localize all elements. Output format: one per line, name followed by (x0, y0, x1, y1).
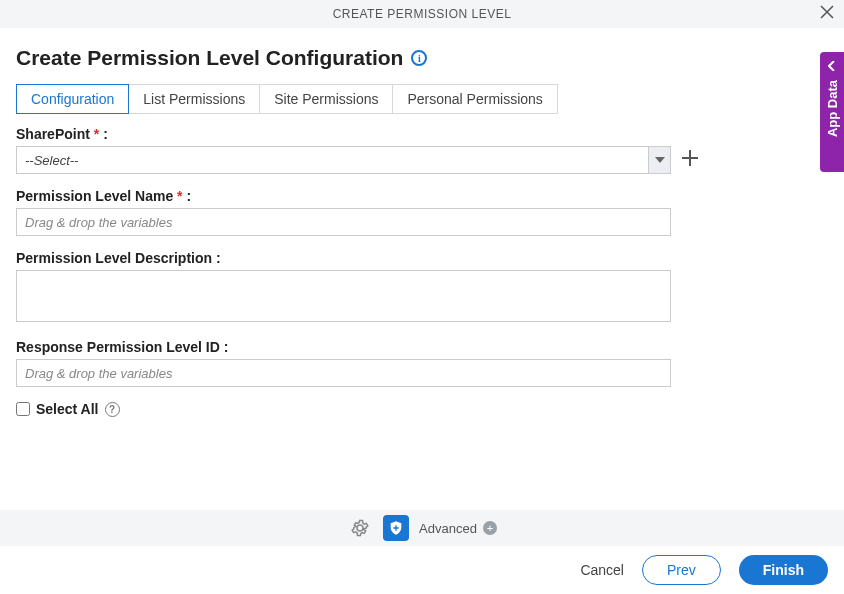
add-sharepoint-button[interactable] (681, 149, 699, 171)
finish-button[interactable]: Finish (739, 555, 828, 585)
page-title: Create Permission Level Configuration (16, 46, 403, 70)
tab-list-permissions[interactable]: List Permissions (128, 84, 260, 114)
select-all-label: Select All (36, 401, 99, 417)
prev-button[interactable]: Prev (642, 555, 721, 585)
app-data-drawer[interactable]: App Data (820, 52, 844, 172)
bottom-toolbar: Advanced + (0, 510, 844, 546)
tab-bar: Configuration List Permissions Site Perm… (16, 84, 828, 114)
sharepoint-label-text: SharePoint (16, 126, 90, 142)
close-icon[interactable] (820, 5, 834, 23)
field-response-permission-level-id: Response Permission Level ID : (16, 339, 828, 387)
permission-level-name-input[interactable] (16, 208, 671, 236)
modal-header: CREATE PERMISSION LEVEL (0, 0, 844, 28)
tab-site-permissions[interactable]: Site Permissions (259, 84, 393, 114)
field-permission-level-description: Permission Level Description : (16, 250, 828, 325)
advanced-label: Advanced (419, 521, 477, 536)
shield-button[interactable] (383, 515, 409, 541)
advanced-toggle[interactable]: Advanced + (419, 521, 497, 536)
tab-personal-permissions[interactable]: Personal Permissions (392, 84, 557, 114)
permission-level-description-label: Permission Level Description : (16, 250, 828, 266)
response-permission-level-id-input[interactable] (16, 359, 671, 387)
sharepoint-select-value: --Select-- (17, 147, 648, 173)
permission-level-description-input[interactable] (16, 270, 671, 322)
settings-button[interactable] (347, 515, 373, 541)
permission-level-name-label: Permission Level Name * : (16, 188, 828, 204)
page-title-row: Create Permission Level Configuration i (16, 46, 828, 70)
response-permission-level-id-label: Response Permission Level ID : (16, 339, 828, 355)
cancel-button[interactable]: Cancel (580, 562, 624, 578)
tab-configuration[interactable]: Configuration (16, 84, 129, 114)
modal-footer: Cancel Prev Finish (0, 546, 844, 594)
chevron-down-icon[interactable] (648, 147, 670, 173)
select-all-row: Select All ? (16, 401, 828, 417)
permission-level-name-label-text: Permission Level Name (16, 188, 173, 204)
field-permission-level-name: Permission Level Name * : (16, 188, 828, 236)
modal-title: CREATE PERMISSION LEVEL (333, 7, 512, 21)
select-all-checkbox[interactable] (16, 402, 30, 416)
sharepoint-label: SharePoint * : (16, 126, 828, 142)
help-icon[interactable]: ? (105, 402, 120, 417)
info-icon[interactable]: i (411, 50, 427, 66)
chevron-left-icon (828, 60, 836, 74)
required-asterisk: * (94, 126, 99, 142)
field-sharepoint: SharePoint * : --Select-- (16, 126, 828, 174)
app-data-label: App Data (825, 80, 840, 137)
modal-body: Create Permission Level Configuration i … (0, 28, 844, 417)
plus-circle-icon: + (483, 521, 497, 535)
required-asterisk: * (177, 188, 182, 204)
sharepoint-select[interactable]: --Select-- (16, 146, 671, 174)
